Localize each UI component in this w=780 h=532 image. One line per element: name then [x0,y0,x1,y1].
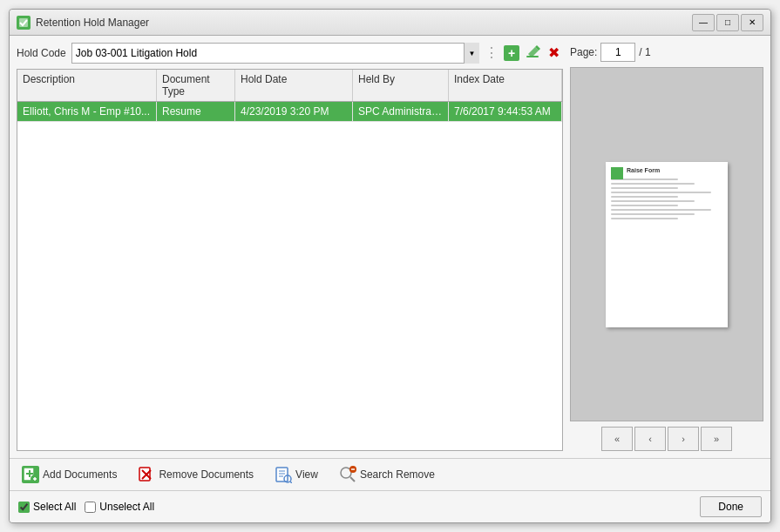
select-all-checkbox[interactable] [18,502,30,513]
minimize-button[interactable]: — [692,14,715,31]
preview-line [611,192,711,193]
window-title: Retention Hold Manager [36,17,149,29]
maximize-button[interactable]: □ [716,14,739,31]
remove-documents-label: Remove Documents [159,468,254,481]
preview-green-icon [611,167,623,179]
cell-description: Elliott, Chris M - Emp #10... [17,102,157,121]
preview-line [611,200,695,202]
separator: ⋮ [485,46,497,60]
hold-code-dropdown: ▼ [71,43,479,64]
title-bar: Retention Hold Manager — □ ✕ [10,10,770,36]
title-buttons: — □ ✕ [692,14,763,31]
preview-content-lines [611,178,722,219]
cell-held-by: SPC Administrator [353,102,449,121]
app-icon [17,16,31,30]
add-documents-button[interactable]: Add Documents [18,464,120,485]
col-description: Description [17,70,157,101]
close-button[interactable]: ✕ [741,14,763,31]
hold-code-row: Hold Code ▼ ⋮ + [17,43,563,64]
left-panel: Hold Code ▼ ⋮ + [17,43,563,451]
col-held-by: Held By [353,70,449,101]
documents-table: Description Document Type Hold Date Held… [17,69,563,451]
col-index-date: Index Date [449,70,562,101]
preview-line [611,205,678,206]
hold-code-input[interactable] [71,43,479,64]
add-hold-button[interactable]: + [502,44,521,63]
title-bar-left: Retention Hold Manager [17,16,149,30]
table-row[interactable]: Elliott, Chris M - Emp #10... Resume 4/2… [17,102,562,122]
prev-page-button[interactable]: ‹ [634,427,666,451]
page-total: / 1 [639,46,650,58]
dropdown-arrow-icon[interactable]: ▼ [464,43,479,64]
next-page-button[interactable]: › [668,427,699,451]
hold-code-toolbar: + ✖ [502,44,563,63]
unselect-all-checkbox[interactable] [85,502,96,513]
preview-line [611,218,678,219]
preview-form-title: Raise Form [627,167,722,173]
bottom-footer: Select All Unselect All Done [10,490,770,522]
hold-code-label: Hold Code [17,47,66,59]
page-label: Page: [570,46,597,58]
page-navigation-buttons: « ‹ › » [570,427,763,451]
main-content: Hold Code ▼ ⋮ + [10,36,770,458]
preview-area: Raise Form [570,67,763,421]
table-header: Description Document Type Hold Date Held… [17,70,562,102]
last-page-button[interactable]: » [701,427,732,451]
preview-line [611,183,695,185]
edit-icon [525,45,540,61]
view-button[interactable]: View [271,464,322,485]
edit-hold-button[interactable] [523,44,542,63]
col-document-type: Document Type [157,70,235,101]
preview-line [611,209,711,211]
preview-line [611,196,678,198]
search-remove-button[interactable]: Search Remove [336,464,438,485]
view-icon [275,466,292,483]
page-number-input[interactable] [600,43,635,62]
delete-hold-button[interactable]: ✖ [544,44,563,63]
preview-line [611,187,678,189]
add-documents-icon [22,466,39,483]
remove-documents-button[interactable]: Remove Documents [134,464,257,485]
view-label: View [295,468,318,481]
unselect-all-text: Unselect All [99,501,154,513]
add-documents-label: Add Documents [43,468,117,481]
footer-left: Select All Unselect All [18,501,154,513]
add-icon: + [504,45,519,61]
col-hold-date: Hold Date [235,70,353,101]
unselect-all-label[interactable]: Unselect All [85,501,154,513]
right-panel: Page: / 1 Raise Form [570,43,763,451]
svg-rect-5 [276,468,288,481]
first-page-button[interactable]: « [601,427,633,451]
cell-index-date: 7/6/2017 9:44:53 AM [449,102,562,121]
main-window: Retention Hold Manager — □ ✕ Hold Code ▼… [9,9,771,523]
preview-line [611,213,695,215]
svg-rect-4 [139,468,150,481]
bottom-toolbar: Add Documents Remove Documents View [10,458,770,490]
preview-page: Raise Form [606,162,728,327]
select-all-text: Select All [33,501,76,513]
delete-icon: ✖ [548,46,560,60]
search-remove-label: Search Remove [360,468,435,481]
page-nav: Page: / 1 [570,43,763,62]
table-body: Elliott, Chris M - Emp #10... Resume 4/2… [17,102,562,450]
select-all-label[interactable]: Select All [18,501,76,513]
done-button[interactable]: Done [700,496,762,517]
search-remove-icon [339,466,356,483]
cell-document-type: Resume [157,102,235,121]
cell-hold-date: 4/23/2019 3:20 PM [235,102,353,121]
remove-documents-icon [138,466,155,483]
